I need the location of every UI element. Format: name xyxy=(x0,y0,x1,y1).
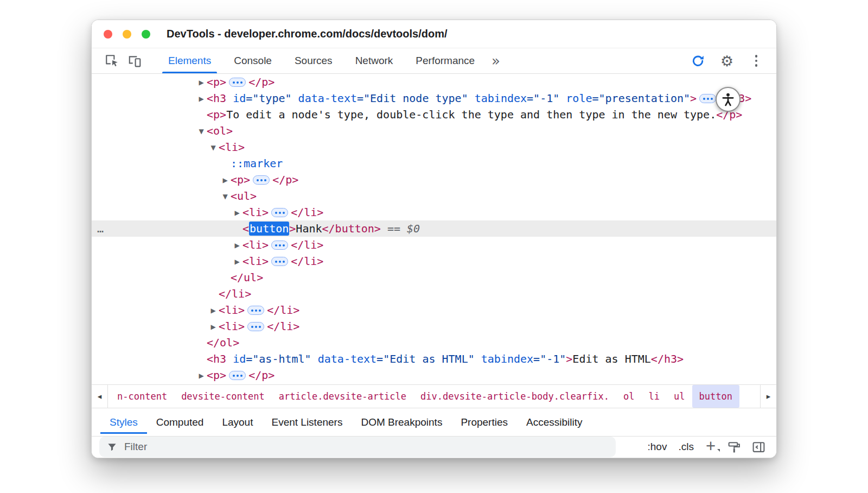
settings-button[interactable]: ⚙ xyxy=(716,51,738,71)
disclosure-expanded-icon[interactable]: ▼ xyxy=(196,123,207,140)
tab-performance[interactable]: Performance xyxy=(404,48,486,73)
tree-row[interactable]: </ul> xyxy=(92,269,776,286)
tag-token: <p> xyxy=(231,173,250,186)
breadcrumb-item-ul[interactable]: ul xyxy=(667,385,692,408)
expand-children-icon[interactable] xyxy=(247,322,264,331)
breadcrumb-item-article-devsite-article[interactable]: article.devsite-article xyxy=(272,385,413,408)
expand-children-icon[interactable] xyxy=(253,175,270,185)
tag-token: </li> xyxy=(291,255,323,268)
sidebar-tab-event-listeners[interactable]: Event Listeners xyxy=(262,410,352,434)
menu-button[interactable] xyxy=(745,51,768,71)
disclosure-collapsed-icon[interactable]: ▶ xyxy=(220,172,231,188)
more-tabs-button[interactable]: » xyxy=(492,54,500,68)
expand-children-icon[interactable] xyxy=(229,371,246,380)
tree-row[interactable]: </ol> xyxy=(92,334,776,351)
breadcrumb-item-button[interactable]: button xyxy=(692,385,739,408)
new-style-rule-button[interactable]: + xyxy=(701,438,720,454)
tree-row[interactable]: ▶<h3 id="type" data-text="Edit node type… xyxy=(92,90,776,106)
dom-tree: ▶<p></p>▶<h3 id="type" data-text="Edit n… xyxy=(92,74,776,384)
breadcrumb-item-div-devsite-article-body-clearfix[interactable]: div.devsite-article-body.clearfix. xyxy=(413,385,616,408)
disclosure-collapsed-icon[interactable]: ▶ xyxy=(232,254,242,270)
disclosure-collapsed-icon[interactable]: ▶ xyxy=(196,91,207,107)
pill-dot xyxy=(275,261,277,263)
tag-token: > xyxy=(289,222,296,235)
disclosure-collapsed-icon[interactable]: ▶ xyxy=(232,205,242,221)
refresh-button[interactable] xyxy=(686,51,709,71)
tab-elements[interactable]: Elements xyxy=(157,48,222,73)
device-toolbar-button[interactable] xyxy=(123,51,146,71)
disclosure-collapsed-icon[interactable]: ▶ xyxy=(208,302,219,319)
disclosure-collapsed-icon[interactable]: ▶ xyxy=(208,319,219,335)
attribute-name: id xyxy=(226,352,246,365)
expand-children-icon[interactable] xyxy=(229,78,246,87)
disclosure-collapsed-icon[interactable]: ▶ xyxy=(196,368,207,384)
tree-row[interactable]: ▶<li></li> xyxy=(92,237,776,253)
sidebar-tab-computed[interactable]: Computed xyxy=(147,410,213,434)
toggle-sidebar-button[interactable] xyxy=(748,437,769,457)
sidebar-tab-dom-breakpoints[interactable]: DOM Breakpoints xyxy=(352,410,451,434)
disclosure-collapsed-icon[interactable]: ▶ xyxy=(196,74,207,91)
rendering-emulation-button[interactable] xyxy=(724,437,744,457)
toggle-element-state-button[interactable]: :hov xyxy=(643,439,671,455)
tag-token: <p> xyxy=(207,108,226,121)
accessibility-person-icon xyxy=(720,92,736,107)
pill-dot xyxy=(255,309,257,312)
tree-row[interactable]: ▶<li></li> xyxy=(92,318,776,334)
sidebar-tab-styles[interactable]: Styles xyxy=(100,410,147,434)
filter-input[interactable] xyxy=(123,440,608,453)
breadcrumb-item-n-content[interactable]: n-content xyxy=(110,385,174,408)
disclosure-expanded-icon[interactable]: ▼ xyxy=(208,140,219,156)
tree-row[interactable]: ▶<p></p> xyxy=(92,74,776,90)
tree-row[interactable]: ▶<li></li> xyxy=(92,253,776,269)
sidebar-tab-accessibility[interactable]: Accessibility xyxy=(517,410,591,434)
tree-row[interactable]: ▼<ol> xyxy=(92,123,776,139)
pill-dot xyxy=(711,98,713,100)
sidebar-tab-layout[interactable]: Layout xyxy=(213,410,262,434)
expand-children-icon[interactable] xyxy=(247,306,264,315)
tag-token: </li> xyxy=(219,287,251,300)
tree-row[interactable]: ▶<p></p> xyxy=(92,367,776,383)
tab-console[interactable]: Console xyxy=(222,48,283,73)
expand-children-icon[interactable] xyxy=(271,257,288,266)
tag-token: </h3> xyxy=(651,352,684,365)
tree-row[interactable]: <p>To edit a node's type, double-click t… xyxy=(92,106,776,123)
tree-row[interactable]: …<button>Hank</button> == $0 xyxy=(92,220,776,237)
tag-token: <ul> xyxy=(231,189,257,203)
tab-network[interactable]: Network xyxy=(344,48,405,73)
breadcrumb-item-ol[interactable]: ol xyxy=(616,385,641,408)
tree-row[interactable]: ▼<li> xyxy=(92,139,776,155)
breadcrumb-scroll-left-button[interactable]: ◂ xyxy=(92,385,108,408)
sidebar-tab-properties[interactable]: Properties xyxy=(451,410,517,434)
filter-field[interactable] xyxy=(99,437,616,457)
inspect-element-button[interactable] xyxy=(100,51,123,71)
tab-sources[interactable]: Sources xyxy=(283,48,344,73)
row-overflow-icon[interactable]: … xyxy=(97,220,104,237)
device-toolbar-icon xyxy=(127,54,142,68)
tree-row[interactable]: </li> xyxy=(92,286,776,302)
tree-row[interactable]: ▶<li></li> xyxy=(92,204,776,220)
breadcrumb-item-li[interactable]: li xyxy=(642,385,667,408)
attribute-value: ="presentation" xyxy=(592,92,690,105)
pill-dot xyxy=(279,261,281,263)
tag-token: <li> xyxy=(219,141,245,154)
disclosure-collapsed-icon[interactable]: ▶ xyxy=(232,237,242,254)
expand-children-icon[interactable] xyxy=(699,94,716,103)
close-button[interactable] xyxy=(104,30,112,39)
expand-children-icon[interactable] xyxy=(271,208,288,217)
element-classes-button[interactable]: .cls xyxy=(674,439,698,455)
tree-row[interactable]: ▼<ul> xyxy=(92,188,776,204)
breadcrumb-item-devsite-content[interactable]: devsite-content xyxy=(174,385,272,408)
pill-dot xyxy=(259,326,261,328)
pill-dot xyxy=(283,212,285,214)
tree-row[interactable]: ::marker xyxy=(92,155,776,172)
disclosure-expanded-icon[interactable]: ▼ xyxy=(220,188,231,205)
maximize-button[interactable] xyxy=(142,30,150,39)
tree-row[interactable]: ▶<p></p> xyxy=(92,172,776,188)
tree-row[interactable]: ▶<li></li> xyxy=(92,302,776,318)
minimize-button[interactable] xyxy=(123,30,131,39)
devtools-toolbar: ElementsConsoleSourcesNetworkPerformance… xyxy=(92,48,776,74)
expand-children-icon[interactable] xyxy=(271,241,288,250)
tag-token: <li> xyxy=(242,255,269,268)
breadcrumb-scroll-right-button[interactable]: ▸ xyxy=(760,385,776,408)
tree-row[interactable]: <h3 id="as-html" data-text="Edit as HTML… xyxy=(92,351,776,367)
